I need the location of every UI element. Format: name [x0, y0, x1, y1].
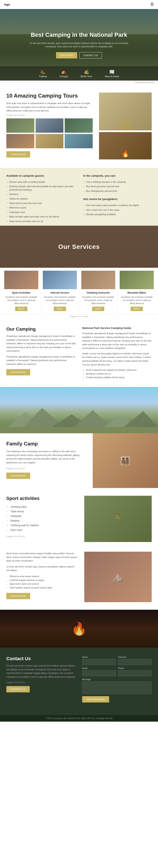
- available-section: Available to campsite guests: —Kitchen a…: [0, 168, 158, 226]
- available-item: —Showers: [6, 192, 75, 196]
- contact-section: Contact Us Ut enim ad minim veniam, quis…: [0, 648, 158, 715]
- hero-content: Best Camping in the National Park Ut wis…: [16, 31, 142, 58]
- phone-input[interactable]: [118, 670, 152, 676]
- paraglider-item: —See a train here are in the camp: [83, 208, 152, 212]
- services-images-from: Images from Pexels: [0, 314, 158, 319]
- beach-tents-icon: 🏕️: [84, 69, 89, 74]
- hero-icon-beach-tents[interactable]: 🏕️ Beach Tents: [81, 69, 92, 78]
- form-row-message: Message: [82, 678, 152, 694]
- sport-item: ✓Climbing wall for children: [6, 523, 78, 528]
- hero-section: Best Camping in the National Park Ut wis…: [0, 9, 158, 81]
- amet-description: Amet luctus venenatis lectus magna fring…: [6, 552, 78, 563]
- amet-left: Amet luctus venenatis lectus magna fring…: [6, 552, 78, 602]
- available-right-item: —Buy fresh groceries special food: [83, 184, 152, 189]
- available-item: —Volleyball court: [6, 210, 75, 215]
- name-field: Name: [82, 656, 116, 665]
- campfire-icon: 🔥: [71, 621, 87, 636]
- phone-field: Phone: [118, 667, 152, 676]
- paragliders-list: —Get information about weather condition…: [83, 203, 152, 217]
- name-input[interactable]: [82, 659, 116, 665]
- amet-right-img: 🏔️: [84, 552, 152, 602]
- amet-learn-button[interactable]: LEARN MORE: [6, 593, 30, 599]
- family-camp-description: The trekking in the enchanting mountains…: [6, 450, 86, 464]
- hero-icons-row: 🥾 Trekking ⛺ Camping 🏕️ Beach Tents 📰 Ne…: [0, 66, 158, 81]
- mountain-bikes-more-button[interactable]: MORE: [131, 307, 143, 311]
- available-item: —Kitchen area with a cooking shelter: [6, 180, 75, 184]
- camping-guide-p1: Proactively operational change managemen…: [82, 332, 152, 350]
- sport-activities-more-button[interactable]: MORE: [15, 307, 27, 311]
- nav-menu-icon[interactable]: ☰: [151, 2, 154, 7]
- tour-img-3: [65, 118, 93, 133]
- camping-label: Camping: [60, 75, 68, 78]
- climbing-instructor-more-button[interactable]: MORE: [92, 307, 104, 311]
- amet-bullet: ›Lobortis feugiat vivamus et augue: [6, 578, 78, 582]
- family-camp-learn-button[interactable]: LEARN MORE: [6, 473, 30, 479]
- contact-left: Contact Us Ut enim ad minim veniam, quis…: [6, 656, 76, 703]
- surname-label: Surname: [118, 656, 152, 658]
- camping-tours-title: 10 Amazing Camping Tours: [6, 93, 93, 99]
- camping-guide-bullets: Arrêt a sélected est highest est divides…: [82, 368, 152, 379]
- sport-activities-list: ✓Climbing basic ✓Table tennis ✓Volleybal…: [6, 504, 78, 532]
- hero-contact-button[interactable]: CONTACT US: [79, 52, 102, 59]
- contact-images-from: Images from Pexels: [6, 681, 76, 684]
- surname-field: Surname: [118, 656, 152, 665]
- amet-subtitle: Ut enim ad minim veniam quis nostrud exe…: [6, 565, 78, 572]
- tour-img-1: [6, 118, 34, 133]
- our-camping-desc1: Proactively operational change managemen…: [6, 334, 76, 353]
- hero-icon-trekking[interactable]: 🥾 Trekking: [39, 69, 47, 78]
- internet-access-img: [43, 271, 77, 289]
- camping-tours-fire-img: 🔥: [99, 132, 152, 159]
- available-left-list: —Kitchen area with a cooking shelter —Dr…: [6, 180, 75, 224]
- available-item: —Drinking shower with hot/cold (suitable…: [6, 184, 75, 192]
- sport-activities-images-from: Images from Pexels: [6, 535, 78, 537]
- trekking-icon: 🥾: [40, 69, 46, 74]
- internet-access-title: Internet Access: [43, 291, 77, 294]
- camping-tours-learn-button[interactable]: LEARN MORE: [6, 151, 30, 158]
- available-item: —Table tennis and bike rides for all: [6, 219, 75, 224]
- available-left-title: Available to campsite guests:: [6, 174, 75, 177]
- camping-tours-description: Duis aute irure dolor in reprehenderit i…: [6, 101, 93, 113]
- sport-activities-section: Sport activities ✓Climbing basic ✓Table …: [0, 488, 158, 550]
- sport-item: ✓Gym room: [6, 528, 78, 532]
- guide-bullet: Arrêt a sélected est highest est divides…: [86, 368, 152, 372]
- hero-description: Ut wisi ad minim veniam, quis nostrud ex…: [28, 41, 130, 49]
- our-services-title: Our Services: [58, 243, 100, 250]
- sport-activities-right: 🏃: [84, 496, 152, 542]
- tour-img-2: [35, 118, 63, 133]
- email-input[interactable]: [82, 670, 116, 676]
- available-item: —Table tennis (near the main hut): [6, 201, 75, 206]
- climbing-instructor-title: Climbing Instructor: [81, 291, 115, 294]
- contact-button[interactable]: CONTACT US: [6, 686, 30, 692]
- tour-img-6: [65, 134, 93, 148]
- navbar: logo ☰: [0, 0, 158, 9]
- footer: © 2021 Camping in the National Park. Mad…: [0, 715, 158, 722]
- message-textarea[interactable]: [82, 681, 152, 694]
- services-cards-section: Sport Activities Excepteur sint occaecat…: [0, 268, 158, 314]
- surname-input[interactable]: [118, 659, 152, 665]
- phone-label: Phone: [118, 667, 152, 670]
- name-label: Name: [82, 656, 116, 658]
- trekking-label: Trekking: [39, 75, 47, 78]
- hero-buttons: OUR EVENT CONTACT US: [28, 52, 130, 59]
- paraglider-item: —Get information about weather condition…: [83, 203, 152, 208]
- nav-logo: logo: [4, 3, 10, 6]
- hero-icon-news[interactable]: 📰 News & Events: [105, 69, 119, 78]
- send-message-button[interactable]: SEND MESSAGE: [82, 696, 109, 703]
- internet-access-more-button[interactable]: MORE: [54, 307, 66, 311]
- amet-right: 🏔️: [84, 552, 152, 602]
- service-card-sport: Sport Activities Excepteur sint occaecat…: [2, 268, 41, 314]
- news-label: News & Events: [105, 75, 119, 78]
- camping-tour-image-grid: [6, 118, 93, 148]
- email-field: Email: [82, 667, 116, 676]
- hero-icon-camping[interactable]: ⛺ Camping: [60, 69, 68, 78]
- our-camping-learn-button[interactable]: LEARN MORE: [6, 369, 30, 375]
- camping-icon: ⛺: [61, 69, 67, 74]
- our-camping-right: National Park Service Camping Guide Proa…: [82, 327, 152, 379]
- contact-form: Name Surname Email Phone: [82, 656, 152, 703]
- camping-tours-images-from: Images from Pexels: [6, 114, 93, 116]
- camping-tours-right: 🔥: [99, 93, 152, 159]
- contact-title: Contact Us: [6, 656, 76, 661]
- hero-event-button[interactable]: OUR EVENT: [56, 52, 77, 59]
- internet-access-desc: Excepteur sint occaecat cupidatat non pr…: [43, 296, 77, 305]
- paraglider-item: —Rentals paragliding available: [83, 212, 152, 217]
